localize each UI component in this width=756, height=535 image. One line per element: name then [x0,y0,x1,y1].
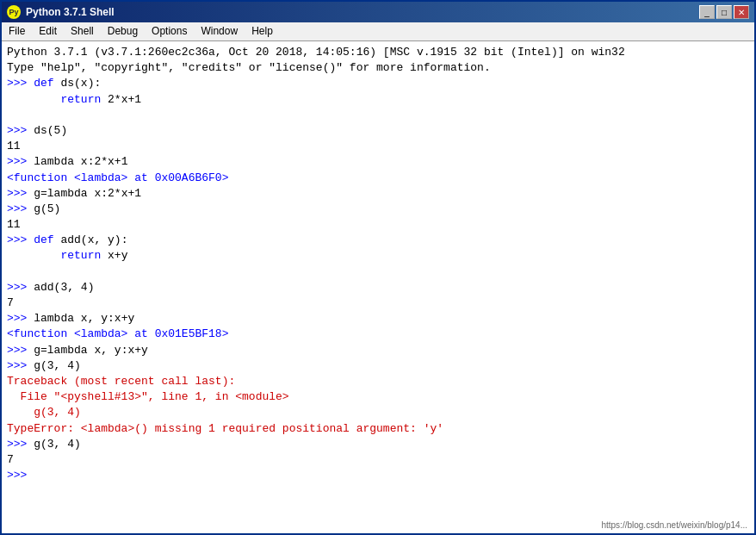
main-window: Py Python 3.7.1 Shell _ □ ✕ File Edit Sh… [0,0,756,535]
minimize-button[interactable]: _ [699,5,715,19]
shell-content[interactable]: Python 3.7.1 (v3.7.1:260ec2c36a, Oct 20 … [2,41,754,533]
menu-options[interactable]: Options [145,24,194,39]
app-icon: Py [7,5,21,19]
title-bar: Py Python 3.7.1 Shell _ □ ✕ [2,2,754,22]
title-bar-left: Py Python 3.7.1 Shell [7,5,115,19]
maximize-button[interactable]: □ [716,5,732,19]
menu-bar: File Edit Shell Debug Options Window Hel… [2,22,754,41]
menu-shell[interactable]: Shell [64,24,101,39]
menu-debug[interactable]: Debug [101,24,145,39]
menu-edit[interactable]: Edit [32,24,64,39]
menu-window[interactable]: Window [194,24,245,39]
menu-file[interactable]: File [2,24,32,39]
window-controls: _ □ ✕ [699,5,749,19]
watermark: https://blog.csdn.net/weixin/blog/p14... [601,520,747,530]
menu-help[interactable]: Help [245,24,280,39]
close-button[interactable]: ✕ [734,5,749,19]
app-icon-label: Py [9,8,18,16]
shell-output: Python 3.7.1 (v3.7.1:260ec2c36a, Oct 20 … [7,45,749,483]
window-title: Python 3.7.1 Shell [26,6,115,18]
